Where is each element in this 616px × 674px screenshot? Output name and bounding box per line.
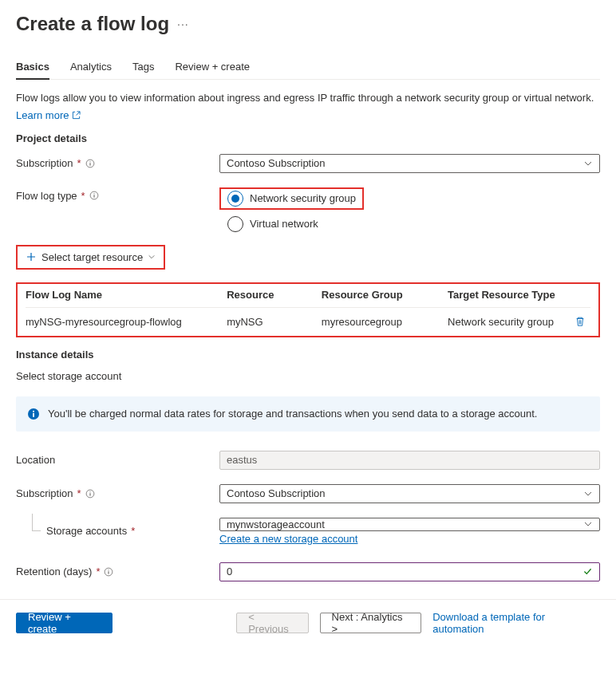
cell-flow-log-name: myNSG-myresourcegroup-flowlog bbox=[26, 316, 227, 328]
page-title: Create a flow log bbox=[16, 13, 169, 35]
location-label: Location bbox=[16, 454, 55, 466]
storage-info-banner: You'll be charged normal data rates for … bbox=[16, 396, 600, 432]
required-indicator: * bbox=[131, 525, 135, 537]
subscription-label: Subscription bbox=[16, 157, 73, 169]
radio-virtual-network[interactable]: Virtual network bbox=[219, 216, 364, 232]
select-storage-label: Select storage account bbox=[16, 370, 600, 382]
svg-rect-2 bbox=[89, 163, 90, 165]
subscription-select[interactable]: Contoso Subscription bbox=[219, 154, 600, 173]
col-resource-group: Resource Group bbox=[322, 289, 448, 301]
plus-icon bbox=[26, 251, 37, 262]
required-indicator: * bbox=[77, 487, 81, 499]
radio-nsg-label: Network security group bbox=[250, 192, 356, 204]
svg-rect-8 bbox=[33, 413, 34, 417]
storage-account-value: mynwstorageaccount bbox=[227, 518, 325, 530]
check-icon bbox=[582, 566, 593, 577]
retention-input[interactable]: 0 bbox=[219, 562, 600, 581]
col-flow-log-name: Flow Log Name bbox=[26, 289, 227, 301]
delete-row-button[interactable] bbox=[575, 316, 586, 327]
svg-point-1 bbox=[89, 161, 90, 162]
footer-action-bar: Review + create < Previous Next : Analyt… bbox=[0, 599, 616, 646]
previous-button: < Previous bbox=[236, 613, 308, 633]
required-indicator: * bbox=[81, 190, 85, 202]
learn-more-link[interactable]: Learn more bbox=[16, 109, 81, 121]
info-icon bbox=[27, 408, 40, 420]
storage-subscription-label: Subscription bbox=[16, 487, 73, 499]
next-button[interactable]: Next : Analytics > bbox=[320, 613, 422, 633]
retention-label: Retention (days) bbox=[16, 566, 92, 577]
tab-analytics[interactable]: Analytics bbox=[70, 56, 112, 79]
learn-more-label: Learn more bbox=[16, 109, 69, 121]
more-actions-icon[interactable]: ··· bbox=[177, 18, 189, 30]
external-link-icon bbox=[72, 111, 81, 120]
cell-resource: myNSG bbox=[227, 316, 322, 328]
select-target-resource-button[interactable]: Select target resource bbox=[16, 245, 165, 270]
col-target-type: Target Resource Type bbox=[448, 289, 570, 301]
review-create-button[interactable]: Review + create bbox=[16, 613, 113, 633]
download-template-link[interactable]: Download a template for automation bbox=[432, 611, 595, 635]
storage-account-select[interactable]: mynwstorageaccount bbox=[219, 518, 600, 531]
svg-point-10 bbox=[89, 491, 90, 492]
chevron-down-icon bbox=[583, 159, 593, 168]
svg-rect-11 bbox=[89, 493, 90, 495]
target-resource-table: Flow Log Name Resource Resource Group Ta… bbox=[16, 282, 600, 337]
location-value: eastus bbox=[227, 454, 257, 466]
required-indicator: * bbox=[96, 566, 100, 577]
info-icon[interactable] bbox=[104, 567, 113, 577]
retention-value: 0 bbox=[227, 566, 232, 577]
create-storage-account-link[interactable]: Create a new storage account bbox=[219, 533, 600, 545]
svg-rect-5 bbox=[93, 195, 94, 198]
project-details-heading: Project details bbox=[16, 132, 600, 144]
svg-rect-14 bbox=[109, 571, 109, 573]
description-text: Flow logs allow you to view information … bbox=[16, 91, 600, 106]
select-target-label: Select target resource bbox=[41, 251, 143, 263]
svg-point-4 bbox=[93, 193, 94, 194]
info-icon[interactable] bbox=[85, 489, 95, 499]
radio-network-security-group[interactable]: Network security group bbox=[227, 191, 356, 207]
info-icon[interactable] bbox=[85, 159, 95, 168]
instance-details-heading: Instance details bbox=[16, 349, 600, 361]
storage-subscription-select[interactable]: Contoso Subscription bbox=[219, 484, 600, 503]
location-input: eastus bbox=[219, 451, 600, 470]
storage-accounts-label: Storage accounts bbox=[46, 525, 127, 537]
required-indicator: * bbox=[77, 157, 81, 169]
col-resource: Resource bbox=[227, 289, 322, 301]
cell-target-type: Network security group bbox=[448, 316, 570, 328]
table-row: myNSG-myresourcegroup-flowlog myNSG myre… bbox=[26, 316, 590, 328]
tab-tags[interactable]: Tags bbox=[132, 56, 154, 79]
chevron-down-icon bbox=[583, 519, 593, 529]
radio-icon bbox=[227, 216, 243, 232]
info-icon[interactable] bbox=[89, 191, 99, 200]
subscription-value: Contoso Subscription bbox=[227, 157, 326, 169]
cell-resource-group: myresourcegroup bbox=[322, 316, 448, 328]
flow-log-type-label: Flow log type bbox=[16, 190, 77, 202]
tab-basics[interactable]: Basics bbox=[16, 56, 49, 79]
tab-bar: Basics Analytics Tags Review + create bbox=[16, 56, 600, 80]
banner-text: You'll be charged normal data rates for … bbox=[48, 408, 537, 420]
chevron-down-icon bbox=[583, 489, 593, 499]
chevron-down-icon bbox=[148, 253, 156, 261]
radio-icon bbox=[227, 191, 243, 207]
radio-vnet-label: Virtual network bbox=[250, 218, 318, 230]
tab-review-create[interactable]: Review + create bbox=[175, 56, 250, 79]
svg-point-7 bbox=[33, 411, 34, 412]
storage-subscription-value: Contoso Subscription bbox=[227, 487, 326, 499]
svg-point-13 bbox=[109, 570, 109, 570]
